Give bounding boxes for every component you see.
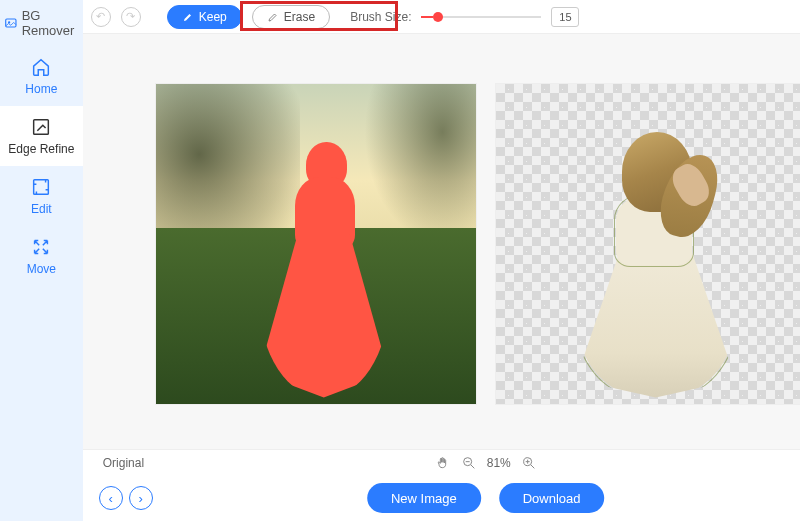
sidebar-item-edge-refine[interactable]: Edge Refine — [0, 106, 83, 166]
cutout-result — [573, 132, 739, 398]
brush-size-label: Brush Size: — [350, 10, 411, 24]
sidebar-label-move: Move — [27, 262, 56, 276]
brush-size-value[interactable]: 15 — [551, 7, 579, 27]
sidebar-label-edge-refine: Edge Refine — [8, 142, 74, 156]
preview-panel[interactable] — [496, 84, 800, 404]
slider-thumb[interactable] — [433, 12, 443, 22]
home-icon — [30, 56, 52, 78]
toolbar: ↶ ↷ Keep Erase Brush Size: 15 — [83, 0, 800, 34]
download-button[interactable]: Download — [499, 483, 605, 513]
zoom-level: 81% — [487, 456, 511, 470]
new-image-button[interactable]: New Image — [367, 483, 481, 513]
original-label: Original — [103, 456, 144, 470]
app-title-text: BG Remover — [22, 8, 79, 38]
bottom-bar: ‹ › New Image Download — [83, 475, 800, 521]
keep-label: Keep — [199, 10, 227, 24]
canvas-area — [83, 34, 800, 449]
pan-hand-icon[interactable] — [435, 455, 451, 471]
move-icon — [30, 236, 52, 258]
keep-tool-button[interactable]: Keep — [167, 5, 242, 29]
app-title: BG Remover — [0, 0, 83, 46]
edit-icon — [30, 176, 52, 198]
erase-label: Erase — [284, 10, 315, 24]
undo-button[interactable]: ↶ — [91, 7, 111, 27]
app-logo-icon — [4, 14, 18, 32]
sidebar: BG Remover Home Edge Refine Edit Move — [0, 0, 83, 521]
brush-size-slider[interactable] — [421, 9, 541, 25]
main-area: ↶ ↷ Keep Erase Brush Size: 15 — [83, 0, 800, 521]
keep-mask-overlay — [252, 142, 396, 398]
transparency-checker — [496, 84, 800, 404]
erase-tool-button[interactable]: Erase — [252, 5, 330, 29]
keep-brush-icon — [182, 11, 194, 23]
edge-refine-icon — [30, 116, 52, 138]
original-panel[interactable] — [156, 84, 476, 404]
prev-image-button[interactable]: ‹ — [99, 486, 123, 510]
original-image — [156, 84, 476, 404]
sidebar-item-home[interactable]: Home — [0, 46, 83, 106]
slider-fill — [421, 16, 433, 18]
status-bar: Original 81% Preview — [83, 449, 800, 475]
zoom-out-icon[interactable] — [461, 455, 477, 471]
sidebar-label-home: Home — [25, 82, 57, 96]
next-image-button[interactable]: › — [129, 486, 153, 510]
redo-button[interactable]: ↷ — [121, 7, 141, 27]
sidebar-item-move[interactable]: Move — [0, 226, 83, 286]
sidebar-item-edit[interactable]: Edit — [0, 166, 83, 226]
erase-brush-icon — [267, 11, 279, 23]
sidebar-label-edit: Edit — [31, 202, 52, 216]
zoom-in-icon[interactable] — [521, 455, 537, 471]
